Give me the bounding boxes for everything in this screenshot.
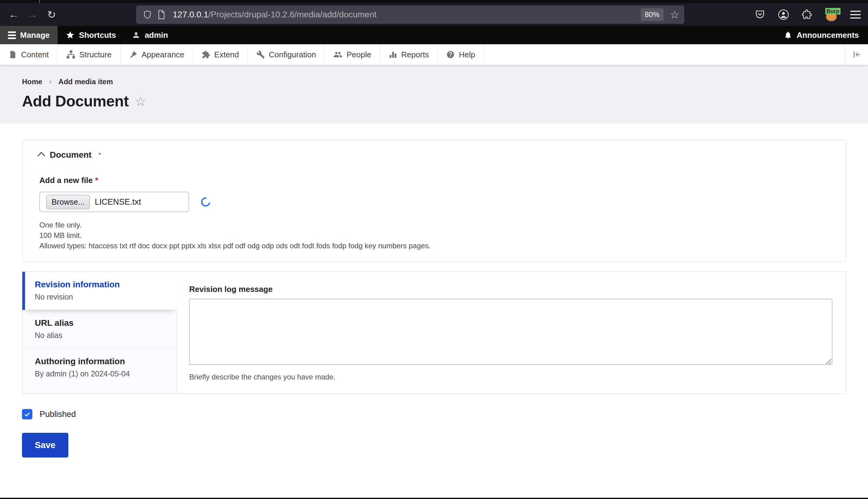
announcements-label: Announcements bbox=[797, 31, 859, 40]
page-title: Add Document bbox=[22, 93, 129, 110]
required-marker: * bbox=[95, 176, 98, 185]
tab-url-alias[interactable]: URL alias No alias bbox=[22, 310, 177, 348]
breadcrumb-home-link[interactable]: Home bbox=[22, 77, 43, 86]
revision-log-label: Revision log message bbox=[189, 284, 832, 294]
vertical-tabs: Revision information No revision URL ali… bbox=[22, 271, 846, 394]
account-icon[interactable] bbox=[778, 9, 789, 21]
hamburger-icon bbox=[8, 30, 16, 40]
nav-item-reports[interactable]: Reports bbox=[380, 44, 438, 65]
forward-button[interactable]: → bbox=[23, 6, 42, 23]
nav-item-label: Appearance bbox=[142, 50, 185, 60]
screen-bottom-edge bbox=[0, 498, 868, 499]
wrench-icon bbox=[257, 50, 265, 59]
published-checkbox[interactable] bbox=[22, 409, 32, 419]
nav-item-label: People bbox=[346, 50, 371, 60]
file-icon bbox=[9, 50, 17, 59]
required-marker: * bbox=[99, 152, 101, 158]
person-icon bbox=[132, 31, 140, 39]
window-top-edge bbox=[0, 0, 868, 3]
paintbrush-icon bbox=[129, 50, 138, 59]
nav-item-help[interactable]: Help bbox=[438, 44, 484, 65]
browser-toolbar: ← → ↻ 127.0.0.1/Projects/drupal-10.2.6/m… bbox=[0, 3, 868, 26]
breadcrumb-separator: › bbox=[49, 77, 52, 86]
tab-label: Authoring information bbox=[35, 356, 168, 366]
extensions-puzzle-icon[interactable] bbox=[801, 9, 812, 20]
people-icon bbox=[333, 50, 343, 59]
bell-icon bbox=[784, 31, 792, 39]
tab-revision-information[interactable]: Revision information No revision bbox=[22, 272, 177, 310]
shortcuts-label: Shortcuts bbox=[79, 31, 116, 40]
toolbar-item-manage[interactable]: Manage bbox=[0, 26, 58, 44]
nav-item-label: Reports bbox=[401, 50, 429, 60]
browser-action-icons: Burp bbox=[754, 8, 861, 21]
zoom-level-badge[interactable]: 80% bbox=[641, 8, 663, 21]
main-content: Document * Add a new file* Browse... LIC… bbox=[0, 123, 868, 458]
bar-chart-icon bbox=[389, 50, 397, 59]
tab-separator bbox=[39, 0, 40, 3]
file-desc-line: Allowed types: htaccess txt rtf doc docx… bbox=[39, 241, 829, 251]
check-icon bbox=[24, 411, 31, 417]
url-bar[interactable]: 127.0.0.1/Projects/drupal-10.2.6/media/a… bbox=[136, 5, 684, 24]
toolbar-collapse-button[interactable] bbox=[845, 44, 868, 65]
selected-file-name: LICENSE.txt bbox=[95, 197, 141, 207]
file-upload-input[interactable]: Browse... LICENSE.txt bbox=[39, 192, 189, 212]
file-desc-line: One file only. bbox=[39, 220, 829, 230]
puzzle-icon bbox=[202, 50, 210, 59]
collapse-chevron-icon[interactable] bbox=[37, 152, 45, 159]
app-menu-icon[interactable] bbox=[850, 9, 861, 21]
nav-item-people[interactable]: People bbox=[325, 44, 380, 65]
published-label[interactable]: Published bbox=[40, 410, 76, 419]
tab-label: URL alias bbox=[35, 318, 168, 328]
browse-button[interactable]: Browse... bbox=[46, 195, 90, 209]
breadcrumb: Home › Add media item bbox=[22, 77, 846, 86]
page-info-icon[interactable] bbox=[157, 10, 165, 19]
nav-item-label: Content bbox=[21, 50, 49, 60]
fieldset-legend[interactable]: Document bbox=[50, 150, 92, 160]
nav-item-label: Structure bbox=[79, 50, 112, 60]
nav-item-structure[interactable]: Structure bbox=[58, 44, 121, 65]
burp-extension-badge: Burp bbox=[825, 8, 841, 15]
published-field: Published bbox=[22, 409, 846, 419]
pocket-icon[interactable] bbox=[754, 9, 765, 20]
tab-summary: By admin (1) on 2024-05-04 bbox=[35, 369, 168, 378]
back-button[interactable]: ← bbox=[4, 6, 23, 23]
url-text[interactable]: 127.0.0.1/Projects/drupal-10.2.6/media/a… bbox=[173, 10, 641, 20]
nav-item-configuration[interactable]: Configuration bbox=[248, 44, 325, 65]
admin-user-label: admin bbox=[145, 31, 168, 40]
tab-label: Revision information bbox=[35, 280, 168, 290]
admin-toolbar: Manage Shortcuts admin Announcements bbox=[0, 26, 868, 44]
document-fieldset: Document * Add a new file* Browse... LIC… bbox=[22, 140, 846, 262]
revision-panel: Revision log message Briefly describe th… bbox=[177, 272, 846, 393]
collapse-left-icon bbox=[852, 50, 861, 59]
tab-summary: No revision bbox=[35, 292, 168, 301]
breadcrumb-current: Add media item bbox=[58, 77, 113, 86]
save-button[interactable]: Save bbox=[22, 433, 68, 458]
burp-extension-icon[interactable]: Burp bbox=[825, 8, 838, 21]
reload-button[interactable]: ↻ bbox=[42, 6, 61, 23]
page-header: Home › Add media item Add Document ☆ bbox=[0, 65, 868, 123]
shield-icon[interactable] bbox=[143, 10, 152, 19]
title-star-icon[interactable]: ☆ bbox=[135, 94, 146, 109]
url-domain: 127.0.0.1 bbox=[173, 10, 209, 19]
nav-item-extend[interactable]: Extend bbox=[193, 44, 248, 65]
file-desc-line: 100 MB limit. bbox=[39, 230, 829, 241]
admin-nav-toolbar: Content Structure Appearance Extend Conf… bbox=[0, 44, 868, 65]
nav-item-appearance[interactable]: Appearance bbox=[121, 44, 193, 65]
url-path: /Projects/drupal-10.2.6/media/add/docume… bbox=[209, 10, 377, 19]
bookmark-star-icon[interactable]: ☆ bbox=[670, 9, 679, 21]
toolbar-item-shortcuts[interactable]: Shortcuts bbox=[58, 26, 124, 44]
toolbar-item-admin-user[interactable]: admin bbox=[124, 26, 176, 44]
manage-label: Manage bbox=[20, 31, 50, 40]
toolbar-item-announcements[interactable]: Announcements bbox=[784, 26, 868, 44]
star-icon bbox=[66, 31, 75, 40]
nav-item-label: Configuration bbox=[269, 50, 316, 60]
nav-item-label: Extend bbox=[214, 50, 239, 60]
tab-authoring-information[interactable]: Authoring information By admin (1) on 20… bbox=[22, 348, 177, 387]
vertical-tabs-menu: Revision information No revision URL ali… bbox=[22, 272, 177, 393]
sitemap-icon bbox=[66, 50, 75, 59]
file-field-label: Add a new file bbox=[39, 176, 93, 185]
nav-item-label: Help bbox=[459, 50, 475, 60]
nav-item-content[interactable]: Content bbox=[0, 44, 58, 65]
revision-log-textarea[interactable] bbox=[189, 299, 832, 365]
revision-log-help: Briefly describe the changes you have ma… bbox=[189, 373, 832, 381]
